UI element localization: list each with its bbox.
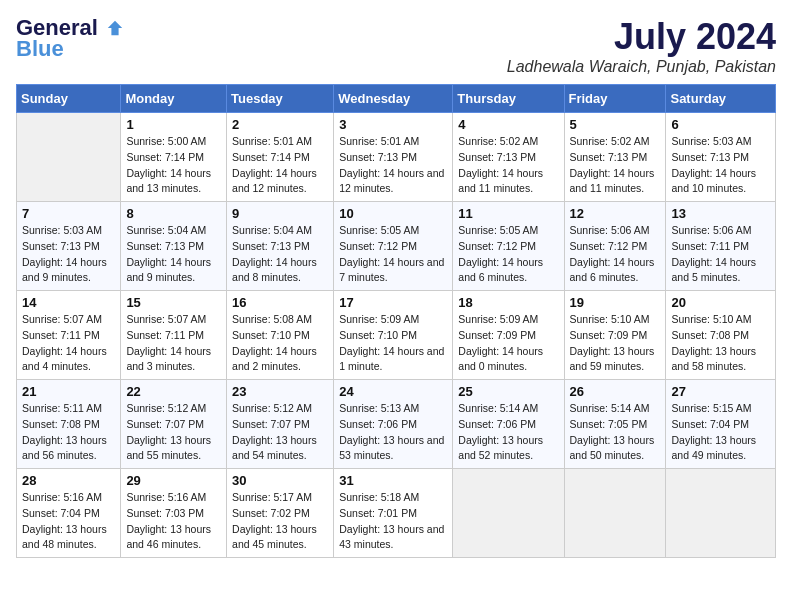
sunrise-text: Sunrise: 5:02 AM (458, 135, 538, 147)
calendar-cell (17, 113, 121, 202)
cell-info: Sunrise: 5:12 AM Sunset: 7:07 PM Dayligh… (126, 401, 221, 464)
sunset-text: Sunset: 7:11 PM (22, 329, 100, 341)
calendar-cell: 15 Sunrise: 5:07 AM Sunset: 7:11 PM Dayl… (121, 291, 227, 380)
cell-info: Sunrise: 5:15 AM Sunset: 7:04 PM Dayligh… (671, 401, 770, 464)
cell-info: Sunrise: 5:14 AM Sunset: 7:06 PM Dayligh… (458, 401, 558, 464)
daylight-text: Daylight: 14 hours and 7 minutes. (339, 256, 444, 284)
daylight-text: Daylight: 13 hours and 55 minutes. (126, 434, 211, 462)
cell-info: Sunrise: 5:14 AM Sunset: 7:05 PM Dayligh… (570, 401, 661, 464)
sunset-text: Sunset: 7:14 PM (126, 151, 204, 163)
day-number: 6 (671, 117, 770, 132)
day-number: 4 (458, 117, 558, 132)
calendar-cell: 28 Sunrise: 5:16 AM Sunset: 7:04 PM Dayl… (17, 469, 121, 558)
sunrise-text: Sunrise: 5:11 AM (22, 402, 102, 414)
cell-info: Sunrise: 5:03 AM Sunset: 7:13 PM Dayligh… (22, 223, 115, 286)
calendar-cell: 1 Sunrise: 5:00 AM Sunset: 7:14 PM Dayli… (121, 113, 227, 202)
sunset-text: Sunset: 7:08 PM (671, 329, 749, 341)
calendar-cell: 2 Sunrise: 5:01 AM Sunset: 7:14 PM Dayli… (227, 113, 334, 202)
day-number: 5 (570, 117, 661, 132)
calendar-cell: 17 Sunrise: 5:09 AM Sunset: 7:10 PM Dayl… (334, 291, 453, 380)
sunset-text: Sunset: 7:07 PM (232, 418, 310, 430)
daylight-text: Daylight: 13 hours and 43 minutes. (339, 523, 444, 551)
cell-info: Sunrise: 5:07 AM Sunset: 7:11 PM Dayligh… (126, 312, 221, 375)
calendar-cell: 6 Sunrise: 5:03 AM Sunset: 7:13 PM Dayli… (666, 113, 776, 202)
day-number: 21 (22, 384, 115, 399)
daylight-text: Daylight: 14 hours and 8 minutes. (232, 256, 317, 284)
calendar-cell: 20 Sunrise: 5:10 AM Sunset: 7:08 PM Dayl… (666, 291, 776, 380)
daylight-text: Daylight: 14 hours and 5 minutes. (671, 256, 756, 284)
cell-info: Sunrise: 5:17 AM Sunset: 7:02 PM Dayligh… (232, 490, 328, 553)
calendar-cell: 30 Sunrise: 5:17 AM Sunset: 7:02 PM Dayl… (227, 469, 334, 558)
sunrise-text: Sunrise: 5:18 AM (339, 491, 419, 503)
week-row-4: 21 Sunrise: 5:11 AM Sunset: 7:08 PM Dayl… (17, 380, 776, 469)
sunset-text: Sunset: 7:14 PM (232, 151, 310, 163)
cell-info: Sunrise: 5:16 AM Sunset: 7:04 PM Dayligh… (22, 490, 115, 553)
sunrise-text: Sunrise: 5:12 AM (126, 402, 206, 414)
sunrise-text: Sunrise: 5:06 AM (570, 224, 650, 236)
sunset-text: Sunset: 7:09 PM (458, 329, 536, 341)
sunset-text: Sunset: 7:10 PM (339, 329, 417, 341)
cell-info: Sunrise: 5:16 AM Sunset: 7:03 PM Dayligh… (126, 490, 221, 553)
sunset-text: Sunset: 7:03 PM (126, 507, 204, 519)
week-row-2: 7 Sunrise: 5:03 AM Sunset: 7:13 PM Dayli… (17, 202, 776, 291)
cell-info: Sunrise: 5:01 AM Sunset: 7:14 PM Dayligh… (232, 134, 328, 197)
calendar-cell (453, 469, 564, 558)
calendar-cell: 21 Sunrise: 5:11 AM Sunset: 7:08 PM Dayl… (17, 380, 121, 469)
sunrise-text: Sunrise: 5:09 AM (458, 313, 538, 325)
day-number: 11 (458, 206, 558, 221)
cell-info: Sunrise: 5:10 AM Sunset: 7:08 PM Dayligh… (671, 312, 770, 375)
cell-info: Sunrise: 5:07 AM Sunset: 7:11 PM Dayligh… (22, 312, 115, 375)
sunset-text: Sunset: 7:09 PM (570, 329, 648, 341)
calendar-header-row: SundayMondayTuesdayWednesdayThursdayFrid… (17, 85, 776, 113)
daylight-text: Daylight: 14 hours and 6 minutes. (570, 256, 655, 284)
cell-info: Sunrise: 5:05 AM Sunset: 7:12 PM Dayligh… (458, 223, 558, 286)
sunrise-text: Sunrise: 5:05 AM (458, 224, 538, 236)
day-number: 18 (458, 295, 558, 310)
day-number: 14 (22, 295, 115, 310)
day-number: 29 (126, 473, 221, 488)
day-number: 20 (671, 295, 770, 310)
day-number: 22 (126, 384, 221, 399)
daylight-text: Daylight: 13 hours and 50 minutes. (570, 434, 655, 462)
sunset-text: Sunset: 7:06 PM (339, 418, 417, 430)
daylight-text: Daylight: 13 hours and 46 minutes. (126, 523, 211, 551)
daylight-text: Daylight: 14 hours and 3 minutes. (126, 345, 211, 373)
daylight-text: Daylight: 13 hours and 48 minutes. (22, 523, 107, 551)
sunset-text: Sunset: 7:11 PM (671, 240, 749, 252)
cell-info: Sunrise: 5:03 AM Sunset: 7:13 PM Dayligh… (671, 134, 770, 197)
sunrise-text: Sunrise: 5:16 AM (126, 491, 206, 503)
sunrise-text: Sunrise: 5:04 AM (232, 224, 312, 236)
daylight-text: Daylight: 14 hours and 4 minutes. (22, 345, 107, 373)
svg-marker-0 (108, 21, 122, 35)
daylight-text: Daylight: 13 hours and 54 minutes. (232, 434, 317, 462)
calendar-cell: 3 Sunrise: 5:01 AM Sunset: 7:13 PM Dayli… (334, 113, 453, 202)
sunrise-text: Sunrise: 5:05 AM (339, 224, 419, 236)
sunrise-text: Sunrise: 5:10 AM (570, 313, 650, 325)
day-number: 2 (232, 117, 328, 132)
sunrise-text: Sunrise: 5:14 AM (570, 402, 650, 414)
calendar-cell: 7 Sunrise: 5:03 AM Sunset: 7:13 PM Dayli… (17, 202, 121, 291)
location-title: Ladhewala Waraich, Punjab, Pakistan (507, 58, 776, 76)
calendar-cell: 24 Sunrise: 5:13 AM Sunset: 7:06 PM Dayl… (334, 380, 453, 469)
calendar-cell (564, 469, 666, 558)
day-number: 10 (339, 206, 447, 221)
daylight-text: Daylight: 14 hours and 10 minutes. (671, 167, 756, 195)
cell-info: Sunrise: 5:04 AM Sunset: 7:13 PM Dayligh… (126, 223, 221, 286)
sunrise-text: Sunrise: 5:02 AM (570, 135, 650, 147)
sunset-text: Sunset: 7:04 PM (22, 507, 100, 519)
day-number: 16 (232, 295, 328, 310)
sunrise-text: Sunrise: 5:04 AM (126, 224, 206, 236)
sunrise-text: Sunrise: 5:07 AM (22, 313, 102, 325)
sunrise-text: Sunrise: 5:03 AM (671, 135, 751, 147)
cell-info: Sunrise: 5:06 AM Sunset: 7:12 PM Dayligh… (570, 223, 661, 286)
sunset-text: Sunset: 7:13 PM (570, 151, 648, 163)
daylight-text: Daylight: 14 hours and 6 minutes. (458, 256, 543, 284)
sunset-text: Sunset: 7:12 PM (458, 240, 536, 252)
daylight-text: Daylight: 14 hours and 1 minute. (339, 345, 444, 373)
daylight-text: Daylight: 14 hours and 2 minutes. (232, 345, 317, 373)
daylight-text: Daylight: 14 hours and 11 minutes. (570, 167, 655, 195)
calendar-cell: 12 Sunrise: 5:06 AM Sunset: 7:12 PM Dayl… (564, 202, 666, 291)
cell-info: Sunrise: 5:06 AM Sunset: 7:11 PM Dayligh… (671, 223, 770, 286)
calendar-table: SundayMondayTuesdayWednesdayThursdayFrid… (16, 84, 776, 558)
cell-info: Sunrise: 5:05 AM Sunset: 7:12 PM Dayligh… (339, 223, 447, 286)
